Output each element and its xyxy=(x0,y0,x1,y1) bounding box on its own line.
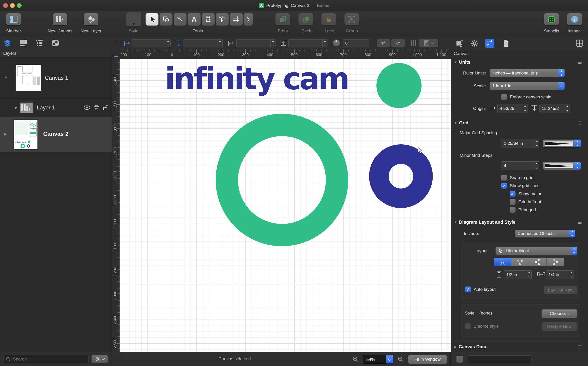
minor-grid-steps-field[interactable]: 4 xyxy=(502,161,539,170)
width-field[interactable] xyxy=(237,39,275,47)
direction-top-down-button[interactable] xyxy=(494,258,512,266)
auto-layout-row[interactable]: ✓ Auto layout xyxy=(465,286,496,292)
layout-menu-icon[interactable]: ≡ xyxy=(578,220,582,225)
disclosure-right-icon[interactable]: ▶ xyxy=(454,345,457,349)
restyle-now-button[interactable]: Restyle Now xyxy=(542,322,577,331)
disclosure-down-icon[interactable]: ▼ xyxy=(454,121,457,125)
inspector-footer-button[interactable] xyxy=(457,356,463,363)
layout-section-header[interactable]: ▼ Diagram Layout and Style ≡ xyxy=(454,220,582,225)
grid-in-front-checkbox[interactable] xyxy=(510,199,516,205)
inspector-grid-toggle[interactable] xyxy=(575,39,584,48)
direction-bottom-up-button[interactable] xyxy=(512,258,529,266)
new-canvas-button[interactable] xyxy=(53,13,67,25)
units-section-header[interactable]: ▼ Units ≡ xyxy=(454,60,582,65)
send-back-button[interactable] xyxy=(298,13,313,25)
height-field[interactable] xyxy=(288,39,328,47)
major-grid-spacing-field[interactable]: 1 25/64 in xyxy=(502,139,539,148)
canvas-data-section-header[interactable]: ▶ Canvas Data ≡ xyxy=(454,344,582,350)
node-spacing-stepper[interactable] xyxy=(569,271,573,279)
y-position-stepper[interactable] xyxy=(218,39,222,47)
rank-spacing-stepper[interactable] xyxy=(527,271,531,279)
text-tool-button[interactable]: A xyxy=(188,13,200,25)
grid-in-front-row[interactable]: Grid in front xyxy=(510,199,541,205)
pen-tool-button[interactable] xyxy=(202,13,214,25)
tab-canvases-view[interactable] xyxy=(19,39,28,47)
tab-layers-view[interactable] xyxy=(3,39,12,47)
drawing-canvas[interactable]: infinity cam xyxy=(120,59,451,352)
print-grid-checkbox[interactable] xyxy=(510,207,516,213)
tab-document-inspector[interactable] xyxy=(501,39,511,48)
layer-print-toggle[interactable] xyxy=(93,105,100,111)
enforce-style-checkbox[interactable] xyxy=(465,323,471,329)
grid-menu-icon[interactable]: ≡ xyxy=(578,121,582,125)
rotation-knob[interactable] xyxy=(333,39,340,46)
statusbar-handle[interactable] xyxy=(119,356,123,362)
units-menu-icon[interactable]: ≡ xyxy=(578,60,582,65)
search-input[interactable] xyxy=(12,356,86,362)
snap-to-grid-row[interactable]: Snap to grid xyxy=(501,175,533,181)
navy-donut-object[interactable] xyxy=(369,144,433,208)
tab-appearance-inspector[interactable] xyxy=(470,39,479,48)
layout-dropdown[interactable]: Hierarchical xyxy=(496,247,577,255)
include-dropdown[interactable]: Connected Objects xyxy=(515,230,575,237)
green-ring-object[interactable] xyxy=(216,114,348,246)
grid-section-header[interactable]: ▼ Grid ≡ xyxy=(454,120,582,126)
y-position-field[interactable] xyxy=(183,39,223,47)
inspect-button[interactable]: i xyxy=(567,13,582,25)
new-layer-button[interactable] xyxy=(84,13,99,25)
disclosure-down-icon[interactable]: ▼ xyxy=(4,76,8,79)
show-grid-lines-checkbox[interactable]: ✓ xyxy=(501,183,507,189)
x-position-stepper[interactable] xyxy=(166,39,170,47)
width-stepper[interactable] xyxy=(270,39,275,47)
show-major-checkbox[interactable]: ✓ xyxy=(510,191,516,197)
inspector-footer-field[interactable] xyxy=(468,355,532,363)
geometry-bar-handle-2[interactable] xyxy=(411,40,416,46)
style-well[interactable] xyxy=(126,12,141,26)
geometry-bar-handle[interactable] xyxy=(116,40,120,46)
lock-button[interactable] xyxy=(321,13,336,25)
flip-horizontal-button[interactable] xyxy=(377,39,390,47)
snap-to-grid-checkbox[interactable] xyxy=(501,175,507,181)
point-editor-tool-button[interactable] xyxy=(216,13,229,25)
artboard-tool-button[interactable] xyxy=(230,13,243,25)
sidebar-toggle-button[interactable] xyxy=(6,13,21,25)
shape-style-dropdown[interactable] xyxy=(419,39,438,47)
disclosure-down-icon[interactable]: ▼ xyxy=(454,221,457,224)
major-grid-stepper[interactable] xyxy=(534,139,539,148)
lay-out-now-button[interactable]: Lay Out Now xyxy=(544,286,577,294)
sidebar-item-canvas-2[interactable]: ▶ infinity cam infinity cam Canvas 2 xyxy=(0,117,112,152)
tab-outline-view[interactable] xyxy=(35,39,44,47)
tab-objects-view[interactable] xyxy=(51,39,60,47)
group-button[interactable] xyxy=(344,13,359,25)
more-tools-button[interactable] xyxy=(244,13,253,25)
origin-y-stepper[interactable] xyxy=(565,104,570,113)
minor-grid-line-style-dropdown[interactable] xyxy=(543,162,581,170)
node-spacing-field[interactable]: 1/4 in xyxy=(546,270,574,279)
enforce-scale-checkbox[interactable] xyxy=(501,94,507,100)
print-grid-row[interactable]: Print grid xyxy=(510,207,536,213)
tab-canvas-inspector[interactable] xyxy=(485,39,494,48)
direction-left-right-button[interactable] xyxy=(529,258,547,266)
enforce-style-row[interactable]: Enforce style xyxy=(465,323,499,329)
layer-unlock-toggle[interactable] xyxy=(103,104,109,111)
line-tool-button[interactable] xyxy=(174,13,186,25)
flip-vertical-button[interactable] xyxy=(391,39,405,47)
bring-front-button[interactable] xyxy=(275,13,290,25)
sidebar-search[interactable] xyxy=(3,355,89,363)
disclosure-right-icon[interactable]: ▶ xyxy=(15,106,17,110)
zoom-in-icon[interactable] xyxy=(397,356,404,362)
disclosure-right-icon[interactable]: ▶ xyxy=(4,132,7,136)
major-grid-line-style-dropdown[interactable] xyxy=(543,139,581,147)
height-stepper[interactable] xyxy=(322,39,327,47)
origin-x-stepper[interactable] xyxy=(523,104,527,113)
ruler-units-dropdown[interactable]: inches — fractional (in)* xyxy=(489,69,565,77)
canvas-data-menu-icon[interactable]: ≡ xyxy=(578,345,582,349)
sidebar-item-canvas-1[interactable]: ▼ Canvas 1 xyxy=(0,57,112,99)
x-position-field[interactable] xyxy=(131,39,171,47)
green-circle-object[interactable] xyxy=(376,63,421,108)
sidebar-action-menu-button[interactable] xyxy=(92,355,108,363)
rank-spacing-field[interactable]: 1/2 in xyxy=(504,270,532,279)
rotation-field[interactable]: 0° xyxy=(343,39,369,47)
minor-grid-stepper[interactable] xyxy=(534,162,539,170)
shape-tool-button[interactable] xyxy=(160,13,172,25)
